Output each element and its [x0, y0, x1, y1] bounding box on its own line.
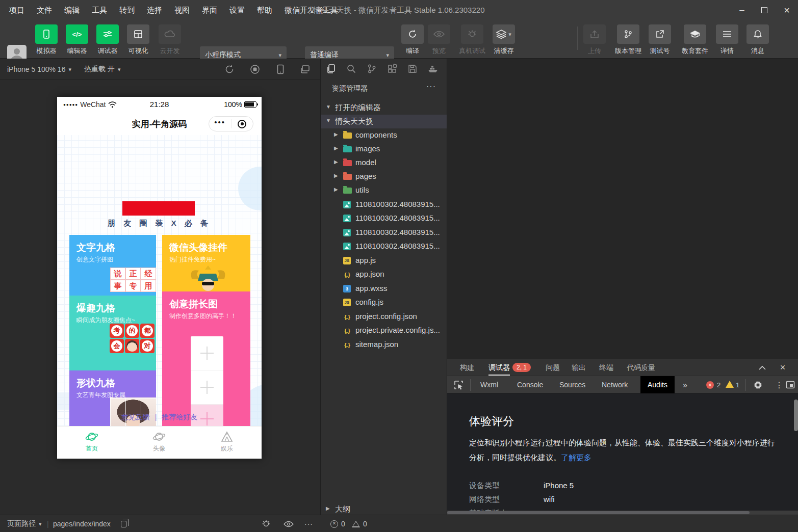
cloud-toggle[interactable]: 云开发 — [158, 24, 182, 56]
tree-item-file[interactable]: 3 app.wxss — [321, 282, 447, 296]
menu-settings[interactable]: 设置 — [229, 6, 245, 15]
rotate-button[interactable] — [223, 63, 236, 75]
dock-button[interactable] — [786, 381, 795, 389]
device-view-button[interactable] — [274, 63, 287, 75]
editor-toggle[interactable]: </> 编辑器 — [65, 24, 89, 56]
device-debug-button[interactable]: 真机调试 — [458, 24, 486, 56]
tab-code-quality[interactable]: 代码质量 — [627, 359, 655, 376]
tree-item-file[interactable]: 1108100302.48083915... — [321, 240, 447, 253]
section-outline[interactable]: ▶ 大纲 — [321, 502, 447, 516]
tree-item-folder[interactable]: ▶ images — [321, 142, 447, 156]
section-project-root[interactable]: ▼ 情头天天换 — [321, 115, 447, 128]
vertical-scrollbar[interactable] — [794, 400, 798, 431]
tree-item-file[interactable]: {..} sitemap.json — [321, 338, 447, 352]
devtools-tab-sources[interactable]: Sources — [559, 376, 585, 394]
devtools-tab-wxml[interactable]: Wxml — [480, 376, 498, 394]
warning-count[interactable]: 1 — [736, 376, 739, 394]
hot-reload-toggle[interactable]: 热重载 开 ▾ — [84, 59, 120, 80]
statusbar-debug-button[interactable] — [261, 515, 271, 532]
visual-toggle[interactable]: 可视化 — [126, 24, 150, 56]
more-actions-icon[interactable]: ··· — [426, 82, 436, 91]
details-button[interactable]: 详情 — [715, 24, 739, 56]
debugger-toggle[interactable]: 调试器 — [96, 24, 119, 56]
statusbar-preview-button[interactable] — [284, 515, 294, 532]
version-manage-button[interactable]: 版本管理 — [613, 24, 643, 56]
tile-pendant[interactable]: 微信头像挂件 热门挂件免费用~ — [162, 235, 250, 291]
tile-fun9[interactable]: 爆趣九格 瞬间成为朋友圈焦点~ 考 的 都 会 对 — [69, 296, 156, 370]
more-tabs-button[interactable]: » — [683, 376, 687, 394]
tab-avatar[interactable]: 头像 — [139, 431, 179, 453]
message-button[interactable]: 消息 — [746, 24, 769, 56]
tab-debugger[interactable]: 调试器 — [488, 359, 510, 376]
tree-item-file[interactable]: {..} project.private.config.js... — [321, 324, 447, 337]
menu-file[interactable]: 文件 — [37, 6, 52, 15]
page-path-select[interactable]: 页面路径 ▾ — [7, 515, 42, 532]
upload-button[interactable]: 上传 — [583, 24, 606, 56]
copy-path-button[interactable] — [121, 515, 126, 532]
extensions-icon[interactable] — [382, 59, 402, 79]
tree-item-file[interactable]: JS config.js — [321, 296, 447, 309]
recommend-link[interactable]: 推荐给好友 — [162, 413, 197, 421]
tree-item-file[interactable]: JS app.js — [321, 254, 447, 268]
tree-item-file[interactable]: 1108100302.48083915... — [321, 211, 447, 225]
menu-select[interactable]: 选择 — [147, 6, 162, 15]
test-account-button[interactable]: 测试号 — [648, 24, 672, 56]
tab-build[interactable]: 构建 — [460, 359, 474, 376]
save-icon[interactable] — [402, 59, 423, 79]
compile-button[interactable]: 编译 — [401, 24, 424, 56]
banner-image[interactable] — [122, 201, 195, 216]
tree-item-file[interactable]: {..} app.json — [321, 268, 447, 281]
learn-more-link[interactable]: 了解更多 — [561, 453, 591, 462]
close-panel-button[interactable]: × — [776, 359, 790, 376]
problems-errors[interactable]: 0 — [330, 515, 345, 532]
section-open-editors[interactable]: ▼ 打开的编辑器 — [321, 101, 447, 115]
tree-item-folder[interactable]: ▶ model — [321, 156, 447, 170]
devtools-tab-audits[interactable]: Audits — [640, 376, 675, 394]
record-stop-button[interactable] — [249, 63, 261, 75]
files-icon[interactable] — [321, 59, 341, 79]
tile-text9[interactable]: 文字九格 创意文字拼图 说 正 经 事 专 用 — [69, 235, 156, 296]
menu-project[interactable]: 项目 — [9, 6, 24, 15]
tree-item-file[interactable]: 1108100302.48083915... — [321, 198, 447, 211]
menu-interface[interactable]: 界面 — [202, 6, 217, 15]
ship-icon[interactable] — [423, 59, 443, 79]
error-count[interactable]: 2 — [717, 376, 720, 394]
tab-output[interactable]: 输出 — [572, 359, 586, 376]
tree-item-folder[interactable]: ▶ pages — [321, 170, 447, 183]
more-menu-button[interactable]: ••• — [209, 117, 231, 131]
maximize-button[interactable] — [753, 0, 776, 20]
menu-goto[interactable]: 转到 — [119, 6, 135, 15]
tree-item-file[interactable]: {..} project.config.json — [321, 310, 447, 324]
git-branch-icon[interactable] — [362, 59, 382, 79]
devtools-menu-button[interactable]: ⋮ — [775, 376, 783, 394]
tile-longimage[interactable]: 创意拼长图 制作创意多图的高手！！ 示例图 — [162, 291, 250, 426]
tab-home[interactable]: 首页 — [71, 431, 112, 453]
horizontal-scrollbar[interactable] — [447, 511, 798, 515]
edu-suite-button[interactable]: 教育套件 — [680, 24, 710, 56]
menu-devtools[interactable]: 微信开发者工具 — [285, 6, 338, 15]
problems-warnings[interactable]: 0 — [352, 515, 367, 532]
devtools-settings-button[interactable] — [753, 380, 763, 390]
menu-help[interactable]: 帮助 — [257, 6, 272, 15]
statusbar-more-button[interactable]: ··· — [304, 515, 313, 532]
device-select[interactable]: iPhone 5 100% 16 ▾ — [7, 59, 71, 80]
exit-miniapp-button[interactable] — [231, 117, 253, 131]
preview-button[interactable]: 预览 — [427, 24, 451, 56]
clear-cache-button[interactable]: ▾ 清缓存 — [491, 24, 517, 56]
inspect-button[interactable] — [453, 380, 464, 390]
devtools-tab-network[interactable]: Network — [602, 376, 628, 394]
search-icon[interactable] — [341, 59, 362, 79]
feedback-link[interactable]: 意见反馈 — [121, 413, 150, 421]
tree-item-folder[interactable]: ▶ components — [321, 128, 447, 142]
menu-tools[interactable]: 工具 — [92, 6, 107, 15]
devtools-tab-console[interactable]: Console — [517, 376, 543, 394]
menu-view[interactable]: 视图 — [174, 6, 190, 15]
tab-fun[interactable]: 娱乐 — [207, 431, 247, 453]
minimize-button[interactable]: – — [731, 0, 753, 20]
close-button[interactable]: × — [776, 0, 798, 20]
menu-edit[interactable]: 编辑 — [64, 6, 80, 15]
tab-terminal[interactable]: 终端 — [599, 359, 613, 376]
tree-item-folder[interactable]: ▶ utils — [321, 183, 447, 197]
collapse-panel-button[interactable] — [755, 359, 769, 376]
tab-problems[interactable]: 问题 — [546, 359, 560, 376]
